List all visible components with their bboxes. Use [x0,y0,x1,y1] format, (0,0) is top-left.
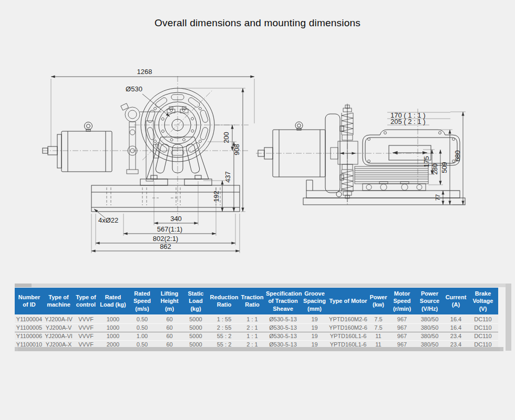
pedestal [140,137,212,185]
table-row: Y1100006YJ200A-VIVVVF10001.0060500055 : … [15,332,498,340]
front-view-drawing: 1268 Ø530 200 908 437 192 340 [39,66,260,257]
table-cell: Y1100005 [15,323,44,332]
dim-label-437: 437 [224,171,232,183]
vertical-scrollbar[interactable] [506,284,511,351]
table-cell: 1.00 [128,332,157,340]
table-cell: 60 [157,332,182,340]
col-groove-spacing: Groove Spacing (mm) [301,288,328,315]
col-brake-voltage: Brake Voltage (V) [468,288,498,315]
table-cell: Y1100004 [15,315,44,324]
table-cell: 380/50 [415,323,444,332]
table-cell: DC110 [468,332,498,340]
scrollbar-thumb[interactable] [18,347,500,351]
table-header: Number of ID Type of machine Type of con… [15,288,498,315]
col-type-of-machine: Type of machine [44,288,74,315]
horizontal-scrollbar-top[interactable] [15,284,511,287]
col-traction-ratio: Traction Ratio [239,288,265,315]
col-rated-speed: Rated Speed (m/s) [128,288,157,315]
dim-label-862: 862 [160,243,171,250]
table-cell: 380/50 [415,332,444,340]
table-cell: 1000 [98,323,128,332]
horizontal-scrollbar-bottom[interactable] [15,347,503,351]
dim-label-567: 567(1:1) [157,225,182,233]
table-cell: 2 : 1 [239,323,265,332]
dim-label-175: 175 [423,156,430,167]
dim-label-77: 77 [435,194,441,201]
table-cell: 967 [389,315,415,324]
dim-label-mount-holes: 4xØ22 [98,216,118,224]
brake-assembly [121,103,161,181]
scrollbar-thumb[interactable] [15,284,32,287]
page: Overall dimensions and mounting dimensio… [0,0,515,420]
table-cell: VVVF [74,315,98,324]
col-lifting-height: Lifting Height (m) [157,288,182,315]
brake-springs [331,104,358,202]
table-cell: VVVF [74,332,98,340]
table-cell: 1 : 55 [209,315,239,324]
table-cell: 967 [389,323,415,332]
col-power: Power (kw) [368,288,389,315]
cooling-fins [355,166,428,184]
table-cell: 11 [368,332,389,340]
table-cell: 0.50 [128,323,157,332]
dim-label-280: 280 [431,163,439,175]
dim-label-200: 200 [222,132,230,143]
motor [43,122,112,172]
motor-side [258,122,325,177]
col-reduction-ratio: Reduction Ratio [209,288,239,315]
dim-label-509: 509 [440,162,448,173]
col-number-of-id: Number of ID [15,288,44,315]
dim-label-680: 680 [454,150,461,162]
table-cell: 5000 [182,323,209,332]
table-cell: 5000 [182,332,209,340]
col-type-of-motor: Type of Motor [328,288,368,315]
specification-table: Number of ID Type of machine Type of con… [15,288,498,349]
table-row: Y1100004YJ200A-IVVVVF10000.506050001 : 5… [15,315,498,324]
col-type-of-control: Type of control [74,288,98,315]
dim-label-205: 205 ( 2 : 1 ) [390,118,425,125]
col-motor-speed: Motor Speed (r/min) [389,288,415,315]
table-cell: 1 : 1 [239,332,265,340]
table-cell: DC110 [468,323,498,332]
col-rated-load: Rated Load (kg) [98,288,128,315]
table-cell: 23.4 [444,332,468,340]
table-header-row: Number of ID Type of machine Type of con… [15,288,498,315]
table-cell: 1 : 1 [239,315,265,324]
side-view-drawing: 170 ( 1 : 1 ) 205 ( 2 : 1 ) 175 280 509 … [255,97,470,210]
table-cell: 7.5 [368,323,389,332]
table-cell: YPTD160L1-6 [328,332,368,340]
table-cell: DC110 [468,315,498,324]
table-cell: VVVF [74,323,98,332]
table-cell: Y1100006 [15,332,44,340]
col-static-load: Static Load (kg) [182,288,209,315]
table-cell: Ø530-5-13 [265,332,301,340]
table-cell: 19 [301,323,328,332]
table-cell: 16.4 [444,315,468,324]
table-cell: 7.5 [368,315,389,324]
table-cell: 1000 [98,332,128,340]
table-cell: 380/50 [415,315,444,324]
table-cell: Ø530-5-13 [265,323,301,332]
dim-label-192: 192 [212,191,220,202]
table-row: Y1100005YJ200A-VVVVF10000.506050002 : 55… [15,323,498,332]
roller-assembly [363,182,426,191]
col-power-source: Power Source (V/Hz) [415,288,444,315]
table-cell: 60 [157,323,182,332]
dim-label-802: 802(2:1) [153,235,178,243]
table-cell: YPTD160M2-6 [328,315,368,324]
gear-housing [363,130,460,165]
table-cell: YJ200A-VI [44,332,74,340]
page-title: Overall dimensions and mounting dimensio… [0,17,515,29]
table-cell: 5000 [182,315,209,324]
table-cell: 2 : 55 [209,323,239,332]
col-sheave-spec: Specification of Traction Sheave [265,288,301,315]
table-cell: YJ200A-IV [44,315,74,324]
table-cell: 19 [301,315,328,324]
table-cell: 60 [157,315,182,324]
table-cell: 0.50 [128,315,157,324]
table-cell: 16.4 [444,323,468,332]
dim-label-sheave-diameter: Ø530 [126,85,142,93]
col-current: Current (A) [444,288,468,315]
dim-label-340: 340 [170,215,182,223]
dim-label-overall-width: 1268 [137,68,152,76]
